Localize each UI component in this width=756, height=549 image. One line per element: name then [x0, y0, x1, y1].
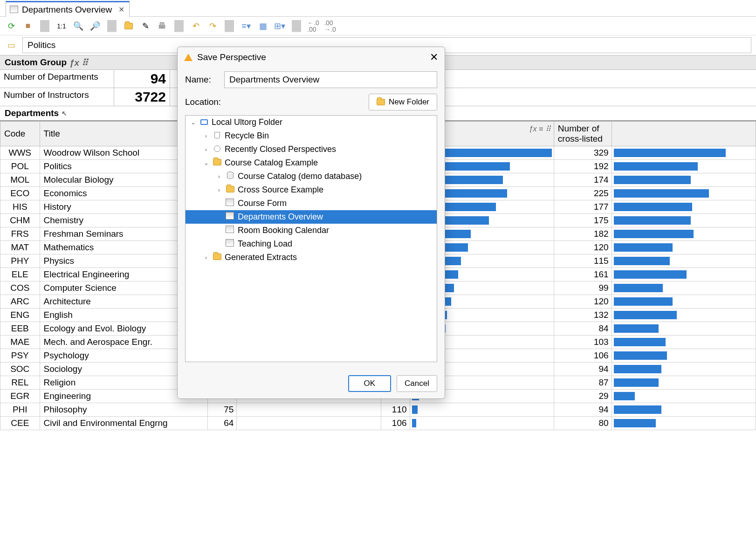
cell-code[interactable]: ARC — [0, 295, 40, 309]
cell-num[interactable]: 110 — [381, 403, 410, 417]
col-crosslisted-bar[interactable] — [612, 122, 756, 146]
print-button[interactable]: 🖶 — [156, 20, 169, 33]
redo-button[interactable]: ↷ — [206, 20, 219, 33]
tree-node[interactable]: ›Recycle Bin — [186, 129, 437, 143]
chevron-icon[interactable]: › — [202, 132, 210, 139]
decimal-dec-button[interactable]: .00→.0 — [323, 20, 337, 33]
cell-cross[interactable]: 225 — [554, 187, 612, 200]
cell-cross[interactable]: 174 — [554, 173, 612, 187]
cell-cross[interactable]: 161 — [554, 268, 612, 281]
cell-num[interactable]: 106 — [381, 417, 410, 430]
cell-cross[interactable]: 94 — [554, 403, 612, 417]
tree-node[interactable]: Departments Overview — [186, 210, 437, 224]
folder-tree[interactable]: ⌄Local Ultorg Folder›Recycle Bin›Recentl… — [185, 115, 437, 362]
tree-node[interactable]: ›Course Catalog (demo database) — [186, 170, 437, 183]
tab-departments-overview[interactable]: Departments Overview ✕ — [6, 1, 130, 17]
cell-cross[interactable]: 84 — [554, 322, 612, 336]
cell-cross[interactable]: 120 — [554, 295, 612, 309]
cell-cross[interactable]: 192 — [554, 160, 612, 173]
cell-cross[interactable]: 29 — [554, 390, 612, 403]
highlight-button[interactable]: ▭ — [5, 39, 18, 52]
cell-title[interactable]: Civil and Environmental Engrng — [40, 417, 208, 430]
cell-code[interactable]: MOL — [0, 173, 40, 187]
cell-code[interactable]: MAT — [0, 241, 40, 254]
chevron-icon[interactable]: › — [215, 173, 223, 180]
zoom-reset-button[interactable]: 1:1 — [55, 20, 68, 33]
cell-code[interactable]: PSY — [0, 349, 40, 363]
cell-cross[interactable]: 103 — [554, 336, 612, 349]
table-row[interactable]: PHIPhilosophy7511094 — [0, 403, 756, 417]
cell-code[interactable]: CHM — [0, 214, 40, 227]
ok-button[interactable]: OK — [348, 375, 392, 392]
cell-code[interactable]: PHI — [0, 403, 40, 417]
tree-node[interactable]: Room Booking Calendar — [186, 224, 437, 237]
cell-title[interactable]: Philosophy — [40, 403, 208, 417]
tab-title: Departments Overview — [22, 5, 112, 15]
cell-code[interactable]: POL — [0, 160, 40, 173]
cell-num[interactable]: 64 — [208, 417, 237, 430]
cancel-button[interactable]: Cancel — [397, 375, 437, 392]
cell-cross[interactable]: 177 — [554, 200, 612, 214]
open-button[interactable] — [122, 20, 135, 33]
cell-num[interactable]: 75 — [208, 403, 237, 417]
cell-cross[interactable]: 99 — [554, 281, 612, 295]
table-button[interactable]: ⊞▾ — [273, 20, 286, 33]
tree-node[interactable]: ⌄Course Catalog Example — [186, 156, 437, 170]
cell-cross[interactable]: 182 — [554, 227, 612, 241]
tree-node-label: Local Ultorg Folder — [212, 117, 282, 127]
cell-cross[interactable]: 115 — [554, 254, 612, 268]
chevron-icon[interactable]: ⌄ — [189, 119, 197, 126]
refresh-button[interactable]: ⟳ — [5, 20, 18, 33]
chevron-icon[interactable]: › — [215, 186, 223, 193]
align-button[interactable]: ≡▾ — [240, 20, 253, 33]
col-code[interactable]: Code — [0, 122, 40, 146]
chevron-icon[interactable]: › — [202, 146, 210, 153]
cell-code[interactable]: ELE — [0, 268, 40, 281]
layout-button[interactable]: ▦ — [256, 20, 269, 33]
cell-code[interactable]: CEE — [0, 417, 40, 430]
cell-code[interactable]: WWS — [0, 146, 40, 160]
cell-cross[interactable]: 106 — [554, 349, 612, 363]
cell-code[interactable]: PHY — [0, 254, 40, 268]
edit-button[interactable]: ✎ — [139, 20, 152, 33]
stop-button[interactable]: ■ — [21, 20, 34, 33]
cell-code[interactable]: REL — [0, 376, 40, 390]
tree-node[interactable]: Course Form — [186, 197, 437, 210]
name-input[interactable] — [224, 71, 437, 88]
cell-code[interactable]: MAE — [0, 336, 40, 349]
chevron-icon[interactable]: › — [202, 254, 210, 261]
cell-code[interactable]: ENG — [0, 309, 40, 322]
tree-node[interactable]: ⌄Local Ultorg Folder — [186, 116, 437, 129]
tree-node[interactable]: ›Cross Source Example — [186, 183, 437, 197]
cell-code[interactable]: EGR — [0, 390, 40, 403]
tree-node-label: Teaching Load — [238, 239, 292, 249]
tree-node[interactable]: ›Recently Closed Perspectives — [186, 143, 437, 156]
cell-code[interactable]: ECO — [0, 187, 40, 200]
tree-node[interactable]: ›Generated Extracts — [186, 251, 437, 264]
cell-cross[interactable]: 132 — [554, 309, 612, 322]
cell-cross[interactable]: 175 — [554, 214, 612, 227]
cell-cross[interactable]: 87 — [554, 376, 612, 390]
cell-cross[interactable]: 329 — [554, 146, 612, 160]
new-folder-button[interactable]: New Folder — [369, 94, 437, 110]
zoom-in-button[interactable]: 🔍 — [72, 20, 85, 33]
cell-code[interactable]: EEB — [0, 322, 40, 336]
close-icon[interactable]: ✕ — [118, 5, 124, 14]
decimal-inc-button[interactable]: ←.0.00 — [307, 20, 320, 33]
cell-cross[interactable]: 120 — [554, 241, 612, 254]
folder-icon — [226, 185, 235, 195]
chevron-icon[interactable]: ⌄ — [202, 159, 210, 166]
cell-code[interactable]: SOC — [0, 363, 40, 376]
cell-cross[interactable]: 80 — [554, 417, 612, 430]
tree-node[interactable]: Teaching Load — [186, 237, 437, 251]
undo-button[interactable]: ↶ — [189, 20, 202, 33]
table-row[interactable]: CEECivil and Environmental Engrng6410680 — [0, 417, 756, 430]
cell-instructors-bar — [410, 417, 554, 430]
col-crosslisted[interactable]: Number of cross-listed — [554, 122, 612, 146]
cell-code[interactable]: FRS — [0, 227, 40, 241]
cell-cross[interactable]: 94 — [554, 363, 612, 376]
zoom-out-button[interactable]: 🔎 — [89, 20, 102, 33]
close-icon[interactable]: ✕ — [430, 51, 438, 63]
cell-code[interactable]: COS — [0, 281, 40, 295]
cell-code[interactable]: HIS — [0, 200, 40, 214]
